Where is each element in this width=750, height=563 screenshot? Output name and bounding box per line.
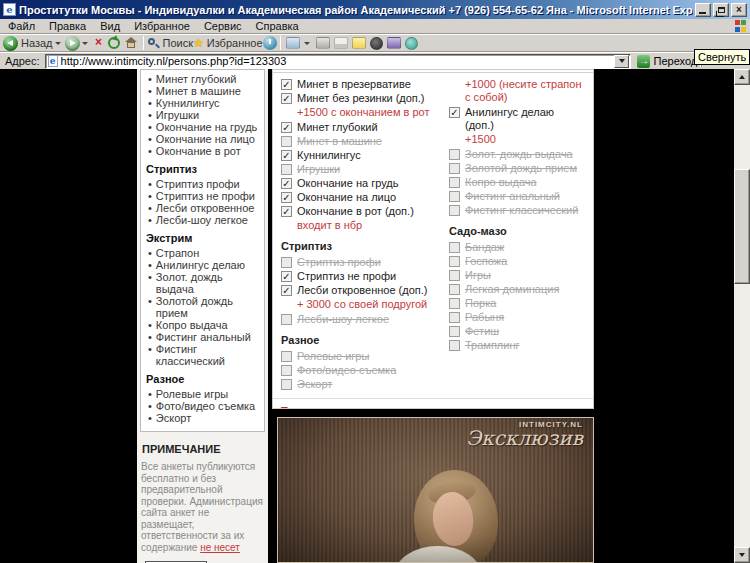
sidebar-menu-item[interactable]: •Лесби откровенное — [146, 202, 262, 214]
bullet-icon: • — [148, 400, 152, 412]
service-item-label: Золотой дождь прием — [465, 162, 577, 175]
vertical-scrollbar[interactable] — [734, 69, 750, 563]
menubar-item[interactable]: Файл — [1, 20, 42, 32]
section-divider — [273, 72, 593, 73]
service-item: Стриптиз профи — [281, 256, 449, 269]
bullet-icon: • — [148, 121, 152, 133]
bullet-icon: • — [148, 145, 152, 157]
sidebar-menu-item[interactable]: •Золот. дождь выдача — [146, 271, 262, 295]
sidebar-menu-item[interactable]: •Фистинг анальный — [146, 331, 262, 343]
scrollbar-thumb[interactable] — [734, 169, 750, 284]
forward-icon[interactable] — [65, 36, 80, 51]
bullet-icon: • — [148, 331, 152, 343]
sidebar-section-heading: Экстрим — [146, 232, 262, 244]
service-item-note: +1500 — [465, 133, 585, 146]
service-item: Ролевые игры — [281, 350, 449, 363]
close-button[interactable]: × — [731, 3, 747, 17]
messenger-icon[interactable] — [387, 37, 401, 49]
service-item-label: Рабыня — [465, 311, 504, 324]
history-icon[interactable] — [263, 36, 277, 50]
mail-dropdown-icon[interactable] — [304, 42, 310, 45]
checkbox — [281, 122, 292, 133]
bullet-icon: • — [148, 178, 152, 190]
service-item-label: Анилингус делаю (доп.) — [465, 106, 585, 132]
menubar-item[interactable]: Справка — [249, 20, 306, 32]
search-label[interactable]: Поиск — [163, 37, 193, 49]
checkbox — [449, 149, 460, 160]
sidebar-menu-item[interactable]: •Стриптиз не профи — [146, 190, 262, 202]
favorites-label[interactable]: Избранное — [207, 37, 263, 49]
menubar-item[interactable]: Избранное — [127, 20, 197, 32]
sidebar-menu-item-label: Куннилингус — [156, 97, 220, 109]
sidebar-menu-item[interactable]: •Страпон — [146, 247, 262, 259]
go-button[interactable]: → Переход — [637, 55, 697, 68]
sidebar-menu-item[interactable]: •Золотой дождь прием — [146, 295, 262, 319]
back-dropdown-icon[interactable] — [55, 42, 61, 45]
print-icon[interactable] — [316, 37, 330, 49]
service-section-heading: Разное — [281, 334, 449, 346]
menubar-item[interactable]: Сервис — [197, 20, 249, 32]
bullet-icon: • — [148, 319, 152, 331]
search-icon[interactable] — [147, 37, 160, 50]
back-icon[interactable] — [3, 36, 18, 51]
sidebar-menu-item[interactable]: •Минет глубокий — [146, 73, 262, 85]
scroll-down-icon[interactable] — [734, 547, 750, 563]
media-icon[interactable] — [370, 37, 383, 50]
note-link[interactable]: не несет — [200, 542, 240, 553]
sidebar-menu-item[interactable]: •Лесби-шоу легкое — [146, 214, 262, 226]
checkbox — [449, 284, 460, 295]
sidebar-menu-item[interactable]: •Окончание в рот — [146, 145, 262, 157]
sidebar-menu-item[interactable]: •Куннилингус — [146, 97, 262, 109]
checkbox — [281, 192, 292, 203]
service-item: Фистинг классический — [449, 204, 585, 217]
msn-icon[interactable] — [405, 37, 418, 50]
discuss-icon[interactable] — [352, 37, 366, 49]
sidebar-menu-item[interactable]: •Окончание на лицо — [146, 133, 262, 145]
service-item: Порка — [449, 297, 585, 310]
stop-icon[interactable]: × — [92, 36, 106, 50]
service-item-label: Минет глубокий — [297, 121, 378, 134]
refresh-icon[interactable] — [108, 37, 120, 49]
toolbar-separator — [143, 36, 144, 50]
scroll-up-icon[interactable] — [734, 69, 750, 85]
forward-dropdown-icon[interactable] — [82, 42, 88, 45]
address-dropdown-icon[interactable] — [614, 55, 629, 68]
service-item-label: Минет в машине — [297, 135, 382, 148]
sidebar-menu-item[interactable]: •Стриптиз профи — [146, 178, 262, 190]
sidebar-menu-item[interactable]: •Ролевые игры — [146, 388, 262, 400]
favorites-icon[interactable]: ★ — [193, 37, 204, 50]
sidebar-menu-item-label: Страпон — [156, 247, 199, 259]
checkbox — [281, 178, 292, 189]
sidebar-menu-item-label: Окончание на грудь — [156, 121, 257, 133]
title-bar: e Проститутки Москвы - Индивидуалки и Ак… — [0, 0, 750, 19]
checkbox — [281, 257, 292, 268]
sidebar-menu-item[interactable]: •Игрушки — [146, 109, 262, 121]
menubar-item[interactable]: Правка — [42, 20, 93, 32]
note-body: Все анкеты публикуются бесплатно и без п… — [141, 461, 263, 553]
bullet-icon: • — [148, 388, 152, 400]
edit-icon[interactable] — [334, 37, 348, 49]
bullet-icon: • — [148, 97, 152, 109]
sidebar-menu-item[interactable]: •Эскорт — [146, 412, 262, 424]
sidebar-menu-item-label: Стриптиз не профи — [156, 190, 255, 202]
address-input[interactable]: e http://www.intimcity.nl/persons.php?id… — [45, 54, 632, 69]
sidebar-menu-item[interactable]: •Окончание на грудь — [146, 121, 262, 133]
service-item-label: Куннилингус — [297, 149, 361, 162]
back-label[interactable]: Назад — [21, 37, 53, 49]
service-section-heading: Садо-мазо — [449, 225, 585, 237]
service-item: Игрушки — [281, 163, 449, 176]
menubar-item[interactable]: Вид — [93, 20, 127, 32]
sidebar-menu-item[interactable]: •Минет в машине — [146, 85, 262, 97]
checkbox — [281, 365, 292, 376]
sidebar-menu-item[interactable]: •Копро выдача — [146, 319, 262, 331]
service-item-label: Фетиш — [465, 325, 499, 338]
sidebar-menu-item[interactable]: •Фото/видео съемка — [146, 400, 262, 412]
sidebar-menu-item[interactable]: •Анилингус делаю — [146, 259, 262, 271]
mail-icon[interactable] — [286, 37, 300, 49]
checkbox — [281, 379, 292, 390]
minimize-button[interactable] — [695, 3, 711, 17]
sidebar-menu-item[interactable]: •Фистинг классический — [146, 343, 262, 367]
service-item: Легкая доминация — [449, 283, 585, 296]
home-icon[interactable] — [124, 37, 138, 49]
restore-button[interactable] — [713, 3, 729, 17]
